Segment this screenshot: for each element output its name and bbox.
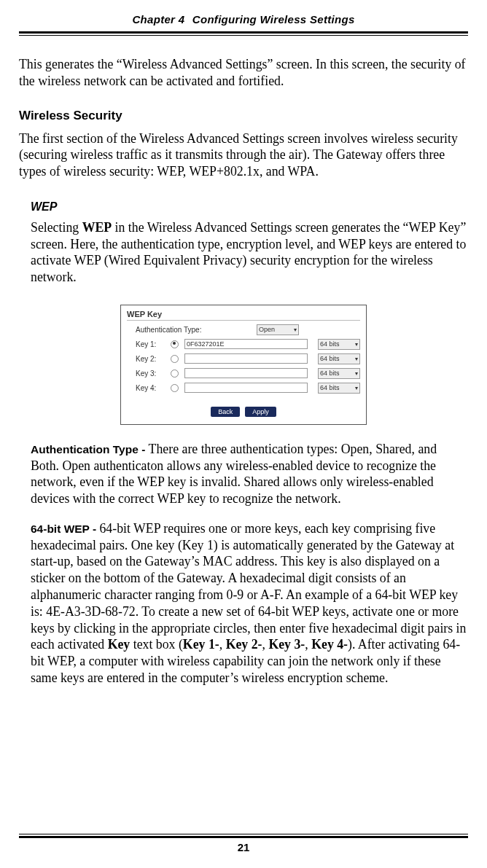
- para-auth-type: Authentication Type - There are three au…: [31, 441, 467, 507]
- page-number: 21: [0, 841, 487, 853]
- figure-key-label: Key 4:: [136, 384, 171, 392]
- figure-auth-row: Authentication Type: Open▾: [127, 324, 360, 335]
- chevron-down-icon: ▾: [355, 341, 358, 348]
- figure-key-bits-select[interactable]: 64 bits▾: [318, 339, 360, 350]
- figure-key-radio[interactable]: [171, 370, 179, 378]
- figure-key-row-3: Key 3:64 bits▾: [127, 368, 360, 379]
- figure-key-radio[interactable]: [171, 340, 179, 348]
- chevron-down-icon: ▾: [355, 356, 358, 362]
- page-header: Chapter 4 Configuring Wireless Settings: [19, 13, 468, 26]
- chevron-down-icon: ▾: [355, 370, 358, 377]
- figure-wep-key-screenshot: WEP Key Authentication Type: Open▾ Key 1…: [120, 305, 367, 425]
- apply-button[interactable]: Apply: [245, 407, 276, 417]
- figure-key-bits-select[interactable]: 64 bits▾: [318, 368, 360, 379]
- figure-key-radio[interactable]: [171, 355, 179, 363]
- figure-title: WEP Key: [127, 310, 360, 321]
- figure-buttons: Back Apply: [127, 407, 360, 417]
- heading-wireless-security: Wireless Security: [19, 109, 468, 123]
- figure-key-input[interactable]: [184, 383, 308, 393]
- back-button[interactable]: Back: [211, 407, 240, 417]
- chapter-label: Chapter 4: [132, 13, 184, 26]
- para-wep: Selecting WEP in the Wireless Advanced S…: [31, 219, 467, 286]
- figure-key-row-1: Key 1:0F6327201E64 bits▾: [127, 339, 360, 350]
- figure-key-row-4: Key 4:64 bits▾: [127, 383, 360, 394]
- para-64bit-wep: 64-bit WEP - 64-bit WEP requires one or …: [31, 520, 467, 687]
- chevron-down-icon: ▾: [294, 327, 297, 333]
- figure-key-row-2: Key 2:64 bits▾: [127, 353, 360, 364]
- label-64bit-wep: 64-bit WEP -: [31, 523, 99, 535]
- figure-key-label: Key 3:: [136, 370, 171, 378]
- header-divider: [19, 31, 468, 36]
- heading-wep: WEP: [31, 200, 468, 214]
- chapter-title: Configuring Wireless Settings: [192, 13, 355, 26]
- figure-key-label: Key 2:: [136, 355, 171, 363]
- figure-key-input[interactable]: [184, 368, 308, 378]
- figure-key-label: Key 1:: [136, 340, 171, 348]
- para-wireless-security: The first section of the Wireless Advanc…: [19, 130, 468, 180]
- figure-auth-label: Authentication Type:: [136, 326, 209, 334]
- figure-key-radio[interactable]: [171, 384, 179, 392]
- figure-key-bits-select[interactable]: 64 bits▾: [318, 383, 360, 394]
- label-auth-type: Authentication Type -: [31, 443, 149, 455]
- page-footer: 21: [0, 834, 487, 853]
- chevron-down-icon: ▾: [355, 385, 358, 391]
- figure-key-input[interactable]: [184, 353, 308, 364]
- figure-key-input[interactable]: 0F6327201E: [184, 339, 308, 349]
- para-intro: This generates the “Wireless Advanced Se…: [19, 56, 468, 90]
- figure-key-bits-select[interactable]: 64 bits▾: [318, 353, 360, 364]
- figure-auth-select[interactable]: Open▾: [257, 324, 299, 335]
